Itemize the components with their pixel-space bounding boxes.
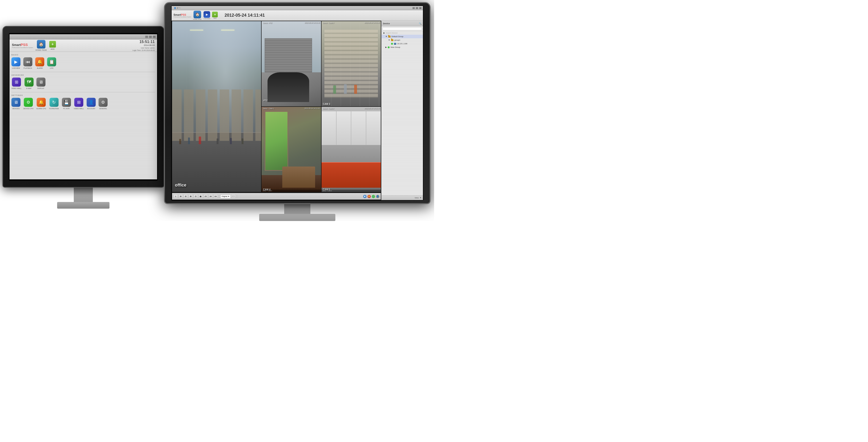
sidebar-search-input[interactable] <box>382 27 422 30</box>
monitor1: − □ × SmartPSS Professional Surveillance… <box>0 26 166 221</box>
folder-icon-group1 <box>391 39 394 41</box>
advanced-icon-row: ⊞ VIDEO WALL 🗺 E-MAP 🖥 DISPLAY <box>11 77 155 89</box>
person6 <box>242 138 244 144</box>
basic-section-label: BASIC <box>11 54 155 56</box>
maximize-button[interactable]: □ <box>149 36 152 38</box>
shelves <box>324 30 378 98</box>
cam-office[interactable]: office <box>172 21 261 192</box>
lv-home-icon[interactable]: 🏠 <box>193 11 201 18</box>
videowall-item[interactable]: ⊞ VIDEO WALL <box>11 77 22 89</box>
alarmcfg-item[interactable]: 🔔 ALARM CFG <box>36 98 46 109</box>
pcnvr-item[interactable]: 💾 PC-NVR <box>62 98 71 109</box>
living-datetime: 2012-05-24 14:11:41 <box>305 107 320 109</box>
monitor2-stand-neck <box>284 204 310 214</box>
person4 <box>217 138 218 144</box>
display-item[interactable]: 🖥 DISPLAY <box>36 77 45 89</box>
original-dropdown[interactable]: Original ▼ <box>220 195 230 198</box>
ptz-label: PTZ <box>264 99 268 102</box>
talk-status-icon[interactable]: 🔊 <box>372 195 375 198</box>
devices-icon: 🖥 <box>11 98 21 107</box>
monitor2-stand-base <box>259 214 335 221</box>
cam-garage-bg <box>261 21 321 106</box>
tree-new-group[interactable]: ▶ New Group <box>381 45 423 49</box>
tourtask-item[interactable]: ↻ TOUR&TASK <box>49 98 59 109</box>
newgroup-expand: ▶ <box>385 46 387 48</box>
sidebar-search-icon[interactable]: 🔍 <box>419 22 422 25</box>
tree-root[interactable]: ▶ Import Device <box>381 31 423 35</box>
add-button[interactable]: + <box>49 41 56 48</box>
alarm-label: ALARM <box>37 67 42 69</box>
cabinet-door-1 <box>321 111 336 145</box>
layout-6-btn[interactable]: ⊟ <box>184 194 188 199</box>
layout-64-btn[interactable]: 64 <box>214 194 218 199</box>
layout-1-btn[interactable]: 1 <box>174 194 178 199</box>
sp-content: BASIC ▶ LIVEVIEW ⏮ PLAYBACK <box>9 52 157 179</box>
alarm-status-icon[interactable]: 🔔 <box>368 195 371 198</box>
person3 <box>199 136 201 144</box>
lv-minimize[interactable]: − <box>412 7 415 9</box>
layout-4-btn[interactable]: ⊞ <box>179 194 183 199</box>
home-nav-icon[interactable]: 🏠 <box>37 40 45 49</box>
layout-25-btn[interactable]: 25 <box>204 194 208 199</box>
tree-default-group[interactable]: ▼ Default Group <box>381 35 423 38</box>
fullscreen-btn[interactable]: ⛶ <box>231 194 236 199</box>
store-person2 <box>344 84 347 94</box>
playback-item[interactable]: ⏮ PLAYBACK <box>23 57 32 69</box>
person-status-icon[interactable]: 👤 <box>376 195 379 198</box>
cam-kitchen[interactable]: 2012-05-24 14:11:41 Demo - CAM 2 CAM 5 D… <box>321 107 381 192</box>
cam-store[interactable]: 2012-05-24 14:11:41 Demo - CAM 3 CAM 3 <box>321 21 381 106</box>
cam-store-bg <box>321 21 381 106</box>
minimize-button[interactable]: − <box>145 36 148 38</box>
devices-item[interactable]: 🖥 DEVICES <box>11 98 21 109</box>
account-item[interactable]: 👤 ACCOUNT <box>87 98 96 109</box>
record-status-icon[interactable]: ⏺ <box>363 195 367 198</box>
lv-liveview-btn[interactable]: ▶ <box>204 11 210 18</box>
emap-label: E-MAP <box>26 88 31 89</box>
lv-add-label: ADD <box>214 18 217 19</box>
lv-header: SmartPSS Professional Surveillance Syste… <box>172 10 423 21</box>
lv-add-button[interactable]: + <box>212 12 218 18</box>
root-label: Import Device <box>386 32 398 34</box>
tree-camera-1[interactable]: 📷 10.15.1.108 <box>381 42 423 45</box>
person2 <box>188 137 190 144</box>
lv-toolbar: 1 ⊞ ⊟ ⊠ ⊡ ▦ 25 36 64 <box>172 193 381 199</box>
dropdown-label: Original <box>222 195 227 197</box>
alarm-item[interactable]: 🔔 ALARM <box>35 57 44 69</box>
videowall2-icon: ⊞ <box>74 98 83 107</box>
general-item[interactable]: ⚙ GENERAL <box>98 98 107 109</box>
person5 <box>230 138 232 144</box>
lv-close[interactable]: × <box>419 7 422 9</box>
layout-16-btn[interactable]: ▦ <box>198 194 203 199</box>
videowall2-item[interactable]: ⊞ VIDEO WALL <box>74 98 84 109</box>
monitor1-screen-border: − □ × SmartPSS Professional Surveillance… <box>9 33 158 181</box>
cam-garage[interactable]: 2012-05-24 14:11:41 Demo - PTZ PTZ <box>261 21 321 106</box>
alarmcfg-label: ALARM CFG <box>36 108 46 109</box>
lv-maximize[interactable]: □ <box>416 7 418 9</box>
dropdown-arrow: ▼ <box>228 195 229 197</box>
monitor2-screen-border: 👤 ⚙ ? − − □ × SmartPSS Professional Surv… <box>171 5 424 200</box>
layout-8-btn[interactable]: ⊠ <box>188 194 193 199</box>
monitor2-screen: 👤 ⚙ ? − − □ × SmartPSS Professional Surv… <box>172 6 423 200</box>
cam-living[interactable]: 2012-05-24 14:11:41 Demo - CAM 1 CAM 4 D… <box>261 107 321 192</box>
default-group-label: Default Group <box>392 35 403 38</box>
sidebar-footer-arrow: ▼ <box>420 197 422 199</box>
layout-9-btn[interactable]: ⊡ <box>193 194 198 199</box>
alarm-icon: 🔔 <box>35 57 44 66</box>
monitor2: 👤 ⚙ ? − − □ × SmartPSS Professional Surv… <box>160 2 434 221</box>
smartpss-ui: − □ × SmartPSS Professional Surveillance… <box>9 34 157 179</box>
close-button[interactable]: × <box>153 36 156 38</box>
liveview-item[interactable]: ▶ LIVEVIEW <box>11 57 21 69</box>
emap-item[interactable]: 🗺 E-MAP <box>25 77 34 89</box>
tree-group1[interactable]: ▼ group1 <box>381 38 423 42</box>
scene: − □ × SmartPSS Professional Surveillance… <box>0 0 434 221</box>
log-item[interactable]: 📋 LOG <box>47 57 56 69</box>
layout-36-btn[interactable]: 36 <box>209 194 213 199</box>
camera-icon: 📷 <box>394 43 396 45</box>
kitchen-counter <box>321 162 381 188</box>
lv-sidebar-footer: View ▼ <box>381 195 423 200</box>
devicecfg-item[interactable]: ⚙ DEVICE CFG <box>23 98 34 109</box>
office-desks <box>172 90 261 140</box>
lv-sidebar: Device 🔍 ▶ Import <box>381 21 423 200</box>
kitchen-channel: Demo - CAM 5 <box>321 190 381 192</box>
store-name: Demo - CAM 3 <box>323 22 334 24</box>
